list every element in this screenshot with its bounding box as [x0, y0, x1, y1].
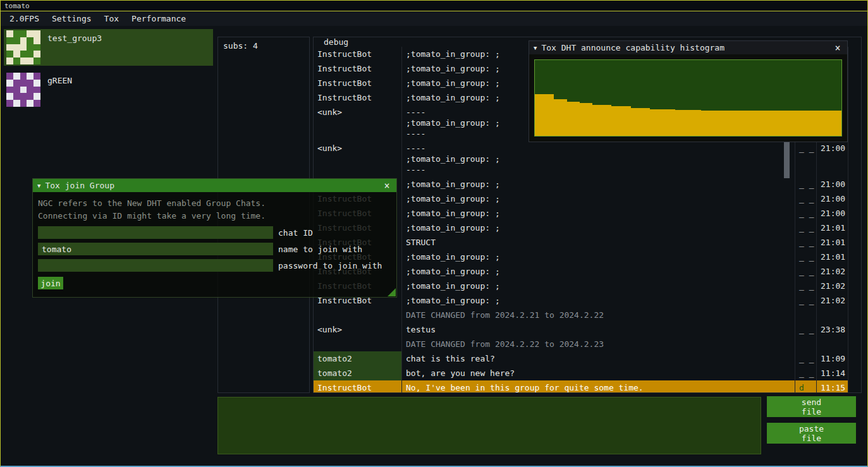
message-text: ;tomato_in_group: ;	[402, 250, 795, 264]
menu-item-settings[interactable]: Settings	[46, 12, 98, 25]
histogram-bar	[797, 111, 803, 136]
message-author: <unk>	[314, 105, 402, 141]
message-author: InstructBot	[314, 61, 402, 76]
histogram-bar	[810, 111, 816, 136]
histogram-bar	[599, 105, 605, 136]
message-row[interactable]: InstructBot No, I've been in this group …	[314, 380, 848, 392]
histogram-bar	[631, 108, 637, 136]
avatar-cell	[27, 73, 34, 80]
message-timestamp: 21:00	[817, 141, 848, 177]
join-window-titlebar[interactable]: ▼ Tox join Group ×	[33, 179, 396, 192]
message-text: testus	[402, 322, 795, 337]
message-status-icons: _ _	[795, 366, 817, 380]
histogram-bar	[822, 111, 829, 136]
fps-counter: 2.0FPS	[3, 12, 46, 25]
join-group-window: ▼ Tox join Group × NGC refers to the New…	[32, 178, 397, 298]
histogram-bar	[663, 109, 669, 136]
message-status-icons: _ _	[795, 279, 817, 293]
histogram-bar	[746, 111, 752, 136]
avatar-cell	[6, 30, 13, 37]
avatar-cell	[34, 87, 40, 94]
message-row[interactable]: tomato2 bot, are you new here? _ _ 11:14	[314, 366, 848, 380]
avatar-cell	[13, 80, 20, 87]
join-name-input[interactable]	[38, 243, 273, 255]
join-name-label: name to join with	[278, 245, 362, 254]
sidebar-contact[interactable]: gREEN	[4, 71, 213, 108]
sidebar-contact[interactable]: test_group3	[4, 29, 213, 66]
paste-file-button[interactable]: paste file	[767, 423, 856, 444]
message-status-icons	[795, 308, 817, 322]
avatar-cell	[20, 80, 27, 87]
avatar-cell	[20, 100, 27, 107]
message-status-icons: _ _	[795, 322, 817, 337]
histogram-window-titlebar[interactable]: ▼ Tox DHT announce capability histogram …	[529, 41, 847, 54]
join-window-body: NGC refers to the New DHT enabled Group …	[33, 192, 396, 297]
message-timestamp: 11:15	[817, 380, 848, 392]
message-row[interactable]: <unk> ---- ;tomato_in_group: ; ---- _ _ …	[314, 141, 848, 177]
chat-id-label: chat ID	[278, 228, 313, 238]
avatar-cell	[27, 44, 34, 51]
histogram-bar	[688, 110, 695, 136]
avatar-cell	[34, 51, 40, 58]
histogram-bar	[707, 111, 714, 136]
message-status-icons: d	[795, 380, 817, 392]
message-timestamp: 21:02	[817, 279, 848, 293]
menu-bar: 2.0FPS Settings Tox Performance	[1, 11, 867, 26]
histogram-bar	[714, 111, 720, 136]
message-timestamp: 21:01	[817, 235, 848, 250]
resize-grip-icon[interactable]	[388, 288, 396, 296]
histogram-bar	[611, 106, 618, 136]
histogram-bar	[759, 111, 765, 136]
histogram-bar	[567, 102, 573, 136]
histogram-bar	[816, 111, 822, 136]
message-status-icons: _ _	[795, 250, 817, 264]
avatar-cell	[13, 37, 20, 44]
close-icon[interactable]: ×	[833, 42, 843, 54]
compose-input[interactable]	[217, 397, 761, 454]
message-author: InstructBot	[314, 47, 402, 61]
histogram-bar	[547, 94, 554, 136]
message-author: InstructBot	[314, 380, 402, 392]
message-timestamp: 21:00	[817, 206, 848, 221]
avatar-cell	[13, 30, 20, 37]
message-timestamp: 21:01	[817, 221, 848, 235]
avatar-cell	[20, 51, 27, 58]
menu-item-tox[interactable]: Tox	[98, 12, 125, 25]
histogram-bar	[804, 111, 810, 136]
histogram-bar	[695, 110, 701, 136]
chat-id-input[interactable]	[38, 226, 273, 239]
avatar-cell	[34, 58, 40, 64]
histogram-bar	[740, 111, 746, 136]
message-text: No, I've been in this group for quite so…	[402, 380, 795, 392]
contact-avatar	[6, 73, 40, 107]
avatar-cell	[13, 44, 20, 51]
app-window: tomato 2.0FPS Settings Tox Performance t…	[0, 0, 868, 467]
contact-avatar	[6, 30, 40, 64]
message-text: ;tomato_in_group: ;	[402, 177, 795, 191]
join-button[interactable]: join	[38, 277, 63, 289]
join-password-input[interactable]	[38, 259, 273, 272]
message-status-icons: _ _	[795, 235, 817, 250]
message-row[interactable]: tomato2 chat is this real? _ _ 11:09	[314, 351, 848, 366]
message-status-icons: _ _	[795, 221, 817, 235]
collapse-icon[interactable]: ▼	[534, 45, 537, 51]
avatar-cell	[34, 80, 40, 87]
message-row[interactable]: <unk> testus _ _ 23:38	[314, 322, 848, 337]
message-author: <unk>	[314, 141, 402, 177]
message-author	[314, 308, 402, 322]
chat-scrollbar-thumb[interactable]	[784, 142, 790, 178]
avatar-cell	[20, 93, 27, 100]
menu-item-performance[interactable]: Performance	[125, 12, 192, 25]
message-status-icons: _ _	[795, 206, 817, 221]
avatar-cell	[34, 93, 40, 100]
histogram-bar	[656, 109, 663, 136]
histogram-bar	[573, 102, 580, 136]
histogram-bar	[592, 105, 599, 136]
join-window-title: Tox join Group	[45, 181, 377, 190]
send-file-button[interactable]: send file	[767, 396, 856, 417]
window-titlebar: tomato	[1, 1, 867, 11]
close-icon[interactable]: ×	[382, 180, 392, 191]
histogram-window-title: Tox DHT announce capability histogram	[541, 43, 828, 52]
avatar-cell	[13, 93, 20, 100]
collapse-icon[interactable]: ▼	[37, 183, 40, 189]
